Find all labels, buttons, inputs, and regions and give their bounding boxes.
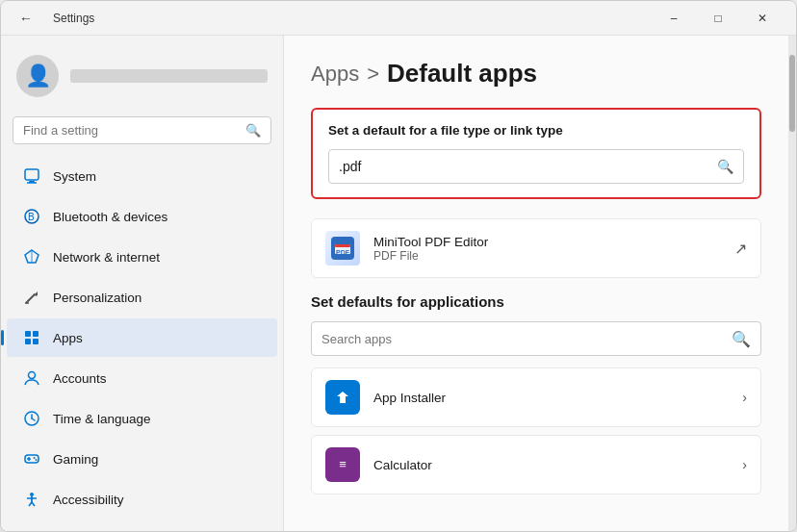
- sidebar-item-bluetooth[interactable]: B Bluetooth & devices: [7, 197, 277, 236]
- window-buttons: – □ ✕: [652, 1, 784, 36]
- svg-point-25: [30, 493, 34, 496]
- sidebar: 👤 🔍 System B: [1, 36, 284, 531]
- svg-rect-12: [25, 339, 31, 344]
- associated-app-external-link-icon[interactable]: ↗: [734, 240, 747, 258]
- breadcrumb-current: Default apps: [387, 59, 537, 89]
- scrollbar-track[interactable]: [788, 36, 796, 531]
- search-apps-box[interactable]: 🔍: [311, 321, 761, 356]
- associated-app-name: MiniTool PDF Editor: [373, 235, 721, 249]
- app-list-item-calculator[interactable]: ≡ Calculator ›: [311, 435, 761, 494]
- minimize-button[interactable]: –: [652, 1, 696, 36]
- system-icon: [22, 166, 41, 186]
- svg-rect-0: [25, 169, 39, 180]
- svg-text:B: B: [28, 212, 35, 222]
- avatar: 👤: [16, 55, 59, 97]
- minitool-icon: PDF: [325, 231, 360, 266]
- search-apps-icon: 🔍: [732, 330, 751, 348]
- user-profile: 👤: [1, 47, 283, 113]
- sidebar-item-time-label: Time & language: [53, 412, 151, 426]
- svg-rect-10: [25, 331, 31, 337]
- content-area: 👤 🔍 System B: [1, 36, 796, 531]
- accounts-icon: [22, 368, 41, 388]
- svg-rect-32: [335, 244, 350, 247]
- filetype-value: .pdf: [339, 159, 361, 174]
- filetype-section: Set a default for a file type or link ty…: [311, 108, 761, 199]
- svg-point-16: [29, 372, 36, 379]
- sidebar-item-accounts[interactable]: Accounts: [7, 359, 277, 397]
- calculator-icon: ≡: [325, 447, 360, 482]
- accessibility-icon: [22, 490, 41, 509]
- calculator-name: Calculator: [373, 458, 729, 472]
- main-panel: Apps > Default apps Set a default for a …: [284, 36, 788, 531]
- svg-rect-11: [33, 331, 39, 337]
- app-installer-icon: [325, 380, 360, 415]
- titlebar-controls: ← Settings: [13, 5, 94, 32]
- app-list-item-installer[interactable]: App Installer ›: [311, 367, 761, 427]
- breadcrumb: Apps > Default apps: [311, 59, 761, 89]
- filetype-search-icon: 🔍: [717, 159, 733, 174]
- svg-rect-13: [33, 339, 39, 344]
- close-button[interactable]: ✕: [740, 1, 784, 36]
- svg-text:PDF: PDF: [336, 249, 350, 256]
- gaming-icon: [22, 449, 41, 469]
- sidebar-search-icon: 🔍: [245, 123, 261, 138]
- user-icon: 👤: [25, 63, 51, 89]
- titlebar: ← Settings – □ ✕: [1, 1, 796, 36]
- app-installer-chevron-icon: ›: [742, 390, 747, 405]
- sidebar-item-accessibility-label: Accessibility: [53, 493, 124, 507]
- sidebar-search-input[interactable]: [23, 123, 238, 138]
- apps-icon: [22, 328, 41, 347]
- bluetooth-icon: B: [22, 207, 41, 226]
- breadcrumb-separator: >: [367, 62, 379, 87]
- associated-app-subtitle: PDF File: [373, 249, 721, 263]
- svg-line-7: [26, 294, 35, 303]
- back-button[interactable]: ←: [13, 5, 39, 32]
- maximize-button[interactable]: □: [696, 1, 740, 36]
- sidebar-item-bluetooth-label: Bluetooth & devices: [53, 210, 167, 224]
- sidebar-item-time[interactable]: Time & language: [7, 399, 277, 438]
- sidebar-item-gaming-label: Gaming: [53, 452, 98, 467]
- svg-line-29: [32, 502, 35, 506]
- sidebar-item-apps[interactable]: Apps: [7, 318, 277, 357]
- sidebar-item-gaming[interactable]: Gaming: [7, 440, 277, 478]
- sidebar-item-accessibility[interactable]: Accessibility: [7, 480, 277, 519]
- search-apps-input[interactable]: [321, 332, 724, 346]
- user-info-blurred: [70, 69, 268, 83]
- defaults-section-title: Set defaults for applications: [311, 293, 761, 310]
- svg-line-19: [32, 418, 35, 420]
- associated-app-info: MiniTool PDF Editor PDF File: [373, 235, 721, 263]
- sidebar-item-system[interactable]: System: [7, 157, 277, 195]
- sidebar-item-network[interactable]: Network & internet: [7, 238, 277, 276]
- filetype-input[interactable]: .pdf 🔍: [328, 149, 744, 184]
- window-title: Settings: [53, 12, 94, 25]
- personalization-icon: [22, 288, 41, 307]
- calculator-chevron-icon: ›: [742, 457, 747, 472]
- scrollbar-thumb[interactable]: [789, 55, 795, 132]
- sidebar-item-apps-label: Apps: [53, 331, 83, 345]
- nav-items: System B Bluetooth & devices Network & i…: [1, 156, 283, 519]
- sidebar-item-network-label: Network & internet: [53, 250, 160, 265]
- breadcrumb-parent: Apps: [311, 62, 359, 87]
- back-icon: ←: [19, 11, 33, 26]
- time-icon: [22, 409, 41, 428]
- app-installer-name: App Installer: [373, 391, 729, 405]
- sidebar-item-system-label: System: [53, 169, 96, 184]
- filetype-section-title: Set a default for a file type or link ty…: [328, 123, 744, 138]
- settings-window: ← Settings – □ ✕ 👤 🔍: [0, 0, 797, 532]
- svg-text:≡: ≡: [339, 457, 347, 471]
- svg-point-23: [34, 457, 36, 459]
- sidebar-search-box[interactable]: 🔍: [13, 116, 271, 144]
- sidebar-item-personalization[interactable]: Personalization: [7, 278, 277, 317]
- associated-app-entry[interactable]: PDF MiniTool PDF Editor PDF File ↗: [311, 218, 761, 278]
- sidebar-item-personalization-label: Personalization: [53, 291, 141, 305]
- network-icon: [22, 247, 41, 266]
- svg-point-24: [36, 459, 38, 461]
- sidebar-item-accounts-label: Accounts: [53, 371, 107, 386]
